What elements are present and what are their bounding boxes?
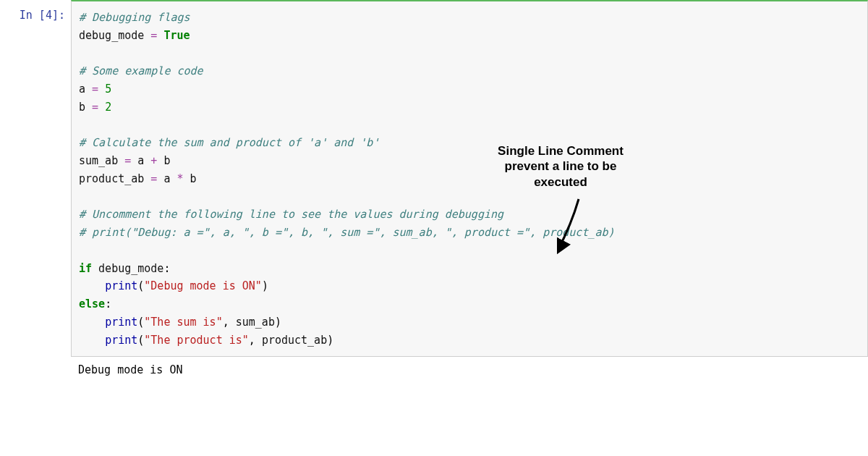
var: sum_ab (79, 154, 118, 167)
literal-num: 5 (105, 83, 111, 96)
op-eq: = (150, 29, 157, 42)
op-eq: = (124, 154, 131, 167)
annotation-line: Single Line Comment (477, 143, 644, 159)
comment-line: # Debugging flags (79, 11, 190, 24)
code-cell: In [4]: # Debugging flagsdebug_mode = Tr… (0, 0, 868, 357)
annotation-line: prevent a line to be (477, 159, 644, 174)
var: product_ab (262, 334, 327, 347)
comment-line: # print("Debug: a =", a, ", b =", b, ", … (79, 226, 615, 239)
annotation-label: Single Line Comment prevent a line to be… (477, 143, 644, 190)
prompt-label: In [4]: (20, 9, 65, 22)
var: b (163, 154, 170, 167)
literal-true: True (163, 29, 190, 42)
var: b (79, 101, 85, 114)
func-print: print (105, 316, 137, 329)
arrow-icon (557, 195, 600, 261)
literal-num: 2 (105, 101, 111, 114)
comment-line: # Calculate the sum and product of 'a' a… (79, 136, 379, 149)
var: b (190, 172, 197, 185)
string-literal: "The sum is" (144, 316, 222, 329)
output-text: Debug mode is ON (71, 357, 868, 383)
var: a (137, 154, 144, 167)
input-prompt: In [4]: (0, 0, 71, 357)
kw-else: else (79, 297, 105, 311)
op-star: * (176, 172, 183, 185)
func-print: print (105, 334, 137, 347)
comment-line: # Some example code (79, 64, 203, 77)
var: debug_mode (79, 29, 144, 42)
var: debug_mode (98, 262, 163, 275)
kw-if: if (79, 262, 92, 275)
op-eq: = (92, 83, 98, 96)
string-literal: "The product is" (144, 334, 249, 347)
comment-line: # Uncomment the following line to see th… (79, 208, 503, 221)
string-literal: "Debug mode is ON" (144, 279, 262, 292)
var: product_ab (79, 172, 144, 185)
var: a (79, 83, 85, 96)
annotation-line: executed (477, 174, 644, 190)
op-plus: + (150, 154, 157, 167)
op-eq: = (92, 101, 98, 114)
op-eq: = (150, 172, 157, 185)
var: a (163, 172, 170, 185)
code-content[interactable]: # Debugging flagsdebug_mode = True # Som… (71, 0, 868, 357)
var: sum_ab (236, 316, 275, 329)
output-row: Debug mode is ON (0, 357, 868, 383)
func-print: print (105, 279, 137, 292)
